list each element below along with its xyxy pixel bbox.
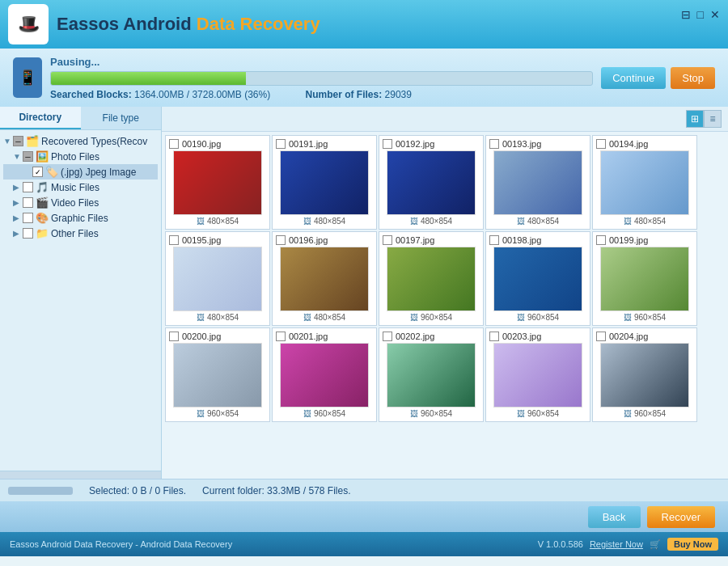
grid-item-filename: 00204.jpg [609,332,693,341]
tree-toggle-icon[interactable]: ▼ [3,137,13,146]
buy-now-button[interactable]: Buy Now [667,538,718,551]
grid-item-filename: 00202.jpg [396,332,480,341]
grid-row: 00190.jpg🖼480×85400191.jpg🖼480×85400192.… [165,135,725,230]
progress-buttons: Continue Stop [601,67,715,89]
tree-toggle-icon[interactable]: ▶ [13,183,23,192]
status-scrollbar[interactable] [8,487,73,495]
image-grid-item[interactable]: 00204.jpg🖼960×854 [592,327,697,422]
recover-button[interactable]: Recover [647,506,715,528]
image-grid-item[interactable]: 00202.jpg🖼960×854 [379,327,484,422]
stop-button[interactable]: Stop [671,67,715,89]
grid-item-header: 00190.jpg [169,139,266,149]
grid-view-button[interactable]: ⊞ [686,110,704,128]
image-grid-item[interactable]: 00201.jpg🖼960×854 [272,327,377,422]
back-button[interactable]: Back [588,506,641,528]
tree-toggle-icon[interactable]: ▶ [13,213,23,222]
grid-item-checkbox[interactable] [276,235,286,245]
grid-item-image [280,343,369,408]
version-label: V 1.0.0.586 [538,539,583,549]
grid-item-dim-text: 480×854 [207,313,239,322]
grid-item-dim-text: 480×854 [314,313,345,322]
grid-item-checkbox[interactable] [383,139,392,149]
tree-item[interactable]: ▶🎵Music Files [3,180,158,195]
tree-checkbox[interactable]: ✓ [32,167,43,177]
tree-item[interactable]: ▼─🖼️Photo Files [3,149,158,164]
grid-item-dimensions: 🖼960×854 [624,313,666,322]
phone-icon: 📱 [13,57,42,98]
image-grid-item[interactable]: 00198.jpg🖼960×854 [485,231,590,326]
grid-item-checkbox[interactable] [383,235,392,245]
grid-item-checkbox[interactable] [489,235,499,245]
grid-item-checkbox[interactable] [489,332,499,341]
tree-item-label: Video Files [51,197,99,209]
continue-button[interactable]: Continue [601,67,666,89]
image-grid-item[interactable]: 00194.jpg🖼480×854 [592,135,697,230]
grid-item-header: 00196.jpg [276,235,373,245]
grid-item-dim-text: 480×854 [527,217,559,226]
tree-toggle-icon[interactable]: ▶ [13,229,23,238]
status-bar: Selected: 0 B / 0 Files. Current folder:… [0,479,728,501]
grid-item-dimensions: 🖼960×854 [197,409,239,418]
grid-item-checkbox[interactable] [169,235,179,245]
tree-checkbox[interactable]: ─ [23,151,33,162]
tree-checkbox[interactable] [23,213,33,223]
sidebar-scrollbar[interactable] [0,471,161,479]
tree-item[interactable]: ✓🏷️(.jpg) Jpeg Image [3,164,158,180]
image-grid-item[interactable]: 00191.jpg🖼480×854 [272,135,377,230]
grid-item-filename: 00198.jpg [502,235,586,245]
image-grid-item[interactable]: 00199.jpg🖼960×854 [592,231,697,326]
image-grid-item[interactable]: 00193.jpg🖼480×854 [485,135,590,230]
tree-toggle-icon[interactable]: ▼ [13,152,23,161]
tab-filetype[interactable]: File type [81,107,162,129]
grid-item-dim-icon: 🖼 [624,217,632,226]
image-grid-item[interactable]: 00197.jpg🖼960×854 [379,231,484,326]
grid-item-checkbox[interactable] [276,332,286,341]
image-grid-item[interactable]: 00195.jpg🖼480×854 [165,231,270,326]
minimize-icon[interactable]: ⊟ [681,8,691,21]
tree-item[interactable]: ▶🎨Graphic Files [3,210,158,226]
tree-item[interactable]: ▼─🗂️Recovered Types(Recov [3,133,158,149]
main-content: Directory File type ▼─🗂️Recovered Types(… [0,107,728,479]
image-grid-item[interactable]: 00200.jpg🖼960×854 [165,327,270,422]
grid-item-image [600,150,689,215]
grid-item-checkbox[interactable] [169,332,179,341]
tree-item[interactable]: ▶📁Other Files [3,226,158,241]
image-grid-item[interactable]: 00203.jpg🖼960×854 [485,327,590,422]
bottom-bar: Back Recover [0,501,728,532]
grid-item-checkbox[interactable] [596,139,606,149]
current-folder-info: Current folder: 33.3MB / 578 Files. [202,485,350,496]
tab-directory[interactable]: Directory [0,107,81,129]
tree-checkbox[interactable] [23,228,33,239]
grid-item-dim-text: 480×854 [314,217,345,226]
grid-item-header: 00202.jpg [383,332,480,341]
grid-item-dim-text: 960×854 [527,409,559,418]
grid-item-dim-icon: 🖼 [410,313,418,322]
grid-item-checkbox[interactable] [169,139,179,149]
window-controls[interactable]: ⊟ □ ✕ [681,8,720,21]
grid-item-checkbox[interactable] [489,139,499,149]
footer-right: V 1.0.0.586 Register Now 🛒 Buy Now [538,538,718,551]
register-link[interactable]: Register Now [590,539,643,549]
tree-item[interactable]: ▶🎬Video Files [3,195,158,210]
grid-item-filename: 00199.jpg [609,235,693,245]
grid-item-checkbox[interactable] [276,139,286,149]
grid-item-checkbox[interactable] [383,332,392,341]
close-icon[interactable]: ✕ [710,8,720,21]
grid-item-checkbox[interactable] [596,332,606,341]
image-grid-item[interactable]: 00190.jpg🖼480×854 [165,135,270,230]
image-grid-item[interactable]: 00196.jpg🖼480×854 [272,231,377,326]
maximize-icon[interactable]: □ [697,8,704,21]
grid-item-filename: 00192.jpg [396,139,480,149]
tree-checkbox[interactable]: ─ [13,136,23,146]
image-grid-item[interactable]: 00192.jpg🖼480×854 [379,135,484,230]
tree-checkbox[interactable] [23,197,33,208]
grid-item-dim-icon: 🖼 [517,409,525,418]
tree-checkbox[interactable] [23,182,33,192]
tree-toggle-icon[interactable]: ▶ [13,198,23,207]
list-view-button[interactable]: ≡ [704,110,722,128]
grid-item-checkbox[interactable] [596,235,606,245]
grid-item-image [280,150,369,215]
tree-item-label: Recovered Types(Recov [41,136,147,147]
grid-item-image [173,247,262,311]
tree-file-icon: 📁 [36,227,49,239]
